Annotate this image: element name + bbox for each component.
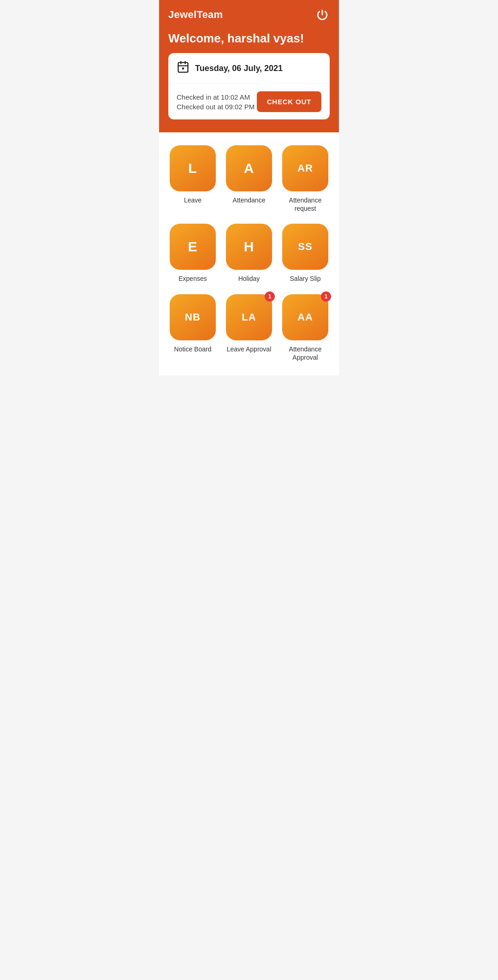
app-title: JewelTeam	[168, 9, 223, 21]
icon-box-attendance-approval: 1AA	[282, 294, 328, 340]
icon-box-leave: L	[170, 145, 216, 191]
icon-box-notice-board: NB	[170, 294, 216, 340]
menu-grid: LLeaveAAttendanceARAttendance requestEEx…	[168, 145, 330, 362]
main-content: LLeaveAAttendanceARAttendance requestEEx…	[159, 132, 339, 375]
svg-point-4	[183, 68, 184, 69]
icon-box-attendance-request: AR	[282, 145, 328, 191]
icon-box-expenses: E	[170, 224, 216, 270]
icon-abbr-attendance: A	[244, 160, 255, 176]
menu-label-attendance-request: Attendance request	[281, 196, 330, 213]
menu-item-leave[interactable]: LLeave	[168, 145, 217, 213]
menu-label-holiday: Holiday	[238, 274, 260, 283]
menu-label-salary-slip: Salary Slip	[290, 274, 321, 283]
menu-label-notice-board: Notice Board	[174, 345, 212, 353]
icon-box-holiday: H	[226, 224, 272, 270]
menu-item-salary-slip[interactable]: SSSalary Slip	[281, 224, 330, 283]
menu-label-attendance-approval: Attendance Approval	[281, 345, 330, 362]
icon-box-salary-slip: SS	[282, 224, 328, 270]
welcome-message: Welcome, harshal vyas!	[168, 31, 330, 46]
card-date-row: Tuesday, 06 July, 2021	[168, 53, 330, 84]
icon-box-leave-approval: 1LA	[226, 294, 272, 340]
icon-abbr-salary-slip: SS	[298, 241, 312, 253]
attendance-card: Tuesday, 06 July, 2021 Checked in at 10:…	[168, 53, 330, 119]
icon-box-attendance: A	[226, 145, 272, 191]
menu-label-attendance: Attendance	[233, 196, 266, 204]
menu-item-notice-board[interactable]: NBNotice Board	[168, 294, 217, 362]
card-checkin-row: Checked in at 10:02 AM Checked out at 09…	[168, 84, 330, 119]
icon-abbr-expenses: E	[188, 239, 197, 255]
menu-item-holiday[interactable]: HHoliday	[225, 224, 273, 283]
menu-item-expenses[interactable]: EExpenses	[168, 224, 217, 283]
badge-leave-approval: 1	[265, 291, 275, 302]
badge-attendance-approval: 1	[321, 291, 331, 302]
checked-in-text: Checked in at 10:02 AM	[177, 93, 255, 101]
menu-label-expenses: Expenses	[178, 274, 207, 283]
attendance-date: Tuesday, 06 July, 2021	[195, 64, 283, 73]
checkin-times: Checked in at 10:02 AM Checked out at 09…	[177, 93, 255, 111]
menu-item-leave-approval[interactable]: 1LALeave Approval	[225, 294, 273, 362]
header-top: JewelTeam	[168, 7, 330, 22]
icon-abbr-leave-approval: LA	[242, 311, 256, 323]
menu-item-attendance-approval[interactable]: 1AAAttendance Approval	[281, 294, 330, 362]
icon-abbr-notice-board: NB	[185, 311, 201, 323]
menu-item-attendance[interactable]: AAttendance	[225, 145, 273, 213]
icon-abbr-leave: L	[188, 160, 197, 176]
icon-abbr-attendance-approval: AA	[297, 311, 313, 323]
header: JewelTeam Welcome, harshal vyas! Tuesday…	[159, 0, 339, 132]
menu-item-attendance-request[interactable]: ARAttendance request	[281, 145, 330, 213]
menu-label-leave: Leave	[184, 196, 202, 204]
power-icon[interactable]	[315, 7, 330, 22]
calendar-icon	[177, 60, 190, 76]
menu-label-leave-approval: Leave Approval	[227, 345, 272, 353]
checkout-button[interactable]: CHECK OUT	[257, 91, 321, 112]
icon-abbr-attendance-request: AR	[297, 162, 313, 174]
checked-out-text: Checked out at 09:02 PM	[177, 103, 255, 111]
icon-abbr-holiday: H	[244, 239, 255, 255]
